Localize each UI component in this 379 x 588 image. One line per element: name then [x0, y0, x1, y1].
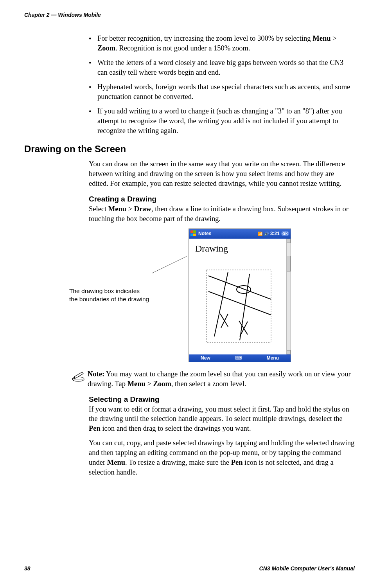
- windows-flag-icon: [190, 230, 197, 237]
- text: . To resize a drawing, make sure the: [125, 459, 231, 466]
- text: Select: [89, 205, 108, 213]
- intro-paragraph: You can draw on the screen in the same w…: [89, 159, 355, 189]
- text: For better recognition, try increasing t…: [97, 34, 313, 42]
- bullet-item: • Write the letters of a word closely an…: [89, 58, 355, 77]
- scrollbar[interactable]: [286, 239, 291, 354]
- note-pencil-icon: [71, 369, 88, 389]
- signal-icon: 📶: [258, 232, 262, 236]
- running-header: Chapter 2 — Windows Mobile: [24, 12, 355, 18]
- keyboard-icon[interactable]: ⌨: [235, 355, 242, 361]
- page-footer: 38 CN3 Mobile Computer User's Manual: [24, 565, 355, 572]
- bullet-text: Hyphenated words, foreign words that use…: [97, 82, 355, 102]
- text-bold: Pen: [231, 459, 243, 466]
- svg-line-0: [152, 255, 187, 273]
- heading-drawing-on-screen: Drawing on the Screen: [24, 144, 355, 155]
- text: the boundaries of the drawing: [69, 296, 149, 302]
- svg-rect-1: [207, 270, 271, 342]
- bullet-text: If you add writing to a word to change i…: [97, 106, 355, 136]
- bullet-marker: •: [89, 82, 97, 102]
- bullet-item: • Hyphenated words, foreign words that u…: [89, 82, 355, 102]
- selecting-paragraph-1: If you want to edit or format a drawing,…: [89, 405, 355, 434]
- text: >: [126, 205, 134, 213]
- heading-selecting-drawing: Selecting a Drawing: [89, 395, 355, 404]
- screenshot-title-bar: Notes 📶 🔊 3:21 ok: [189, 229, 291, 239]
- heading-creating-drawing: Creating a Drawing: [89, 195, 355, 203]
- drawing-canvas[interactable]: Drawing: [189, 239, 286, 354]
- creating-paragraph: Select Menu > Draw, then draw a line to …: [89, 204, 355, 224]
- svg-line-8: [221, 314, 228, 328]
- screenshot-bottom-bar: New ⌨ Menu: [189, 354, 291, 362]
- text: If you want to edit or format a drawing,…: [89, 405, 349, 423]
- drawing-handwritten-label: Drawing: [195, 243, 228, 254]
- manual-title: CN3 Mobile Computer User's Manual: [259, 565, 355, 572]
- svg-line-2: [208, 276, 271, 299]
- text-bold: Menu: [107, 459, 125, 466]
- bullet-item: • For better recognition, try increasing…: [89, 34, 355, 53]
- notes-app-screenshot: Notes 📶 🔊 3:21 ok Drawing: [189, 228, 291, 362]
- svg-line-3: [208, 291, 271, 315]
- tips-bullet-list: • For better recognition, try increasing…: [89, 34, 355, 136]
- text: The drawing box indicates: [69, 288, 140, 294]
- text: icon and then drag to select the drawing…: [101, 424, 251, 432]
- text-bold: Menu: [128, 380, 145, 388]
- app-title: Notes: [198, 231, 211, 236]
- scroll-thumb[interactable]: [287, 256, 291, 272]
- text-bold: Pen: [89, 424, 101, 432]
- bullet-text: Write the letters of a word closely and …: [97, 58, 355, 77]
- text: >: [331, 34, 336, 42]
- text-bold: Zoom: [153, 380, 171, 388]
- svg-point-6: [237, 286, 251, 293]
- scroll-up-button[interactable]: [287, 239, 291, 243]
- note-block: Note: You may want to change the zoom le…: [71, 369, 355, 389]
- scroll-down-button[interactable]: [287, 350, 291, 354]
- text-bold: Zoom: [97, 44, 115, 52]
- bullet-item: • If you add writing to a word to change…: [89, 106, 355, 136]
- bullet-marker: •: [89, 106, 97, 136]
- bullet-text: For better recognition, try increasing t…: [97, 34, 355, 53]
- bullet-marker: •: [89, 58, 97, 77]
- text-bold: Menu: [108, 205, 126, 213]
- user-sketch-icon: [193, 258, 279, 352]
- selecting-paragraph-2: You can cut, copy, and paste selected dr…: [89, 438, 355, 477]
- note-text: Note: You may want to change the zoom le…: [88, 369, 355, 389]
- time-text: 3:21: [270, 231, 280, 236]
- figure-row: The drawing box indicates the boundaries…: [69, 228, 355, 362]
- menu-button[interactable]: Menu: [267, 355, 279, 361]
- bullet-marker: •: [89, 34, 97, 53]
- text-bold: Menu: [313, 34, 331, 42]
- pointer-line: [153, 276, 189, 315]
- text-bold: Draw: [134, 205, 151, 213]
- text: , then select a zoom level.: [171, 380, 246, 388]
- volume-icon: 🔊: [264, 232, 269, 236]
- text: >: [145, 380, 153, 388]
- text: . Recognition is not good under a 150% z…: [115, 44, 250, 52]
- new-button[interactable]: New: [201, 355, 210, 361]
- svg-line-9: [239, 321, 248, 334]
- page-number: 38: [24, 565, 31, 572]
- note-label: Note:: [88, 370, 104, 378]
- figure-caption: The drawing box indicates the boundaries…: [69, 287, 153, 303]
- ok-button[interactable]: ok: [281, 231, 289, 236]
